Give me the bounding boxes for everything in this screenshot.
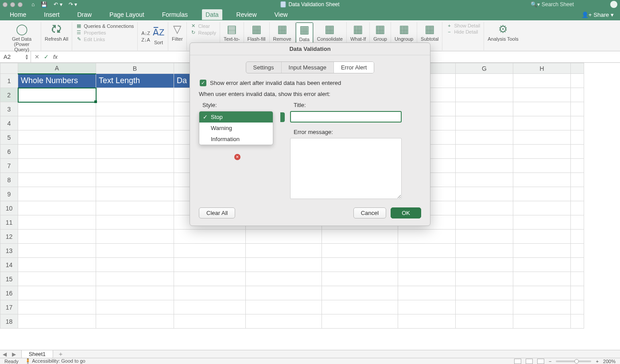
cell-G14[interactable] (456, 258, 513, 272)
cell-H1[interactable] (513, 74, 571, 88)
cell-H12[interactable] (513, 230, 571, 244)
row-header-15[interactable]: 15 (0, 272, 18, 286)
cell-H9[interactable] (513, 187, 571, 201)
cell-H11[interactable] (513, 215, 571, 230)
cell-G13[interactable] (456, 244, 513, 258)
cell-E18[interactable] (322, 314, 398, 329)
cell-F15[interactable] (398, 272, 456, 286)
row-header-18[interactable]: 18 (0, 314, 18, 329)
share-button[interactable]: 👤+ Share ▾ (581, 11, 614, 18)
view-normal-icon[interactable] (514, 359, 521, 364)
row-header-6[interactable]: 6 (0, 145, 18, 159)
cell-B2[interactable] (96, 88, 174, 102)
get-data-button[interactable]: ◯ Get Data (Power Query) (3, 22, 41, 50)
cell-F12[interactable] (398, 230, 456, 244)
error-message-textarea[interactable] (290, 138, 402, 199)
cell-H16[interactable] (513, 286, 571, 300)
cell-D18[interactable] (246, 314, 322, 329)
cell-A17[interactable] (18, 300, 96, 314)
cell-A10[interactable] (18, 201, 96, 215)
cell-B14[interactable] (96, 258, 174, 272)
cell-G12[interactable] (456, 230, 513, 244)
cell-B4[interactable] (96, 116, 174, 130)
col-header-A[interactable]: A (18, 63, 96, 74)
tab-review[interactable]: Review (233, 9, 260, 20)
show-error-alert-checkbox[interactable]: ✓ Show error alert after invalid data ha… (200, 80, 421, 86)
home-icon[interactable]: ⌂ (31, 1, 35, 8)
sort-desc-icon[interactable]: Z↓A (141, 37, 150, 42)
cell-B3[interactable] (96, 102, 174, 116)
cell-D17[interactable] (246, 300, 322, 314)
cell-A5[interactable] (18, 130, 96, 145)
cell-D15[interactable] (246, 272, 322, 286)
cell-G7[interactable] (456, 159, 513, 173)
cell-B15[interactable] (96, 272, 174, 286)
row-header-11[interactable]: 11 (0, 215, 18, 230)
name-box[interactable]: A2 ▲▼ (0, 51, 31, 62)
style-option-stop[interactable]: Stop (199, 111, 273, 123)
cell-H3[interactable] (513, 102, 571, 116)
row-header-10[interactable]: 10 (0, 201, 18, 215)
user-avatar-icon[interactable] (610, 1, 617, 8)
cell-H7[interactable] (513, 159, 571, 173)
cell-D13[interactable] (246, 244, 322, 258)
quick-access-toolbar[interactable]: ⌂ 💾 ↶ ▾ ↷ ▾ (31, 1, 77, 8)
zoom-slider[interactable] (556, 360, 591, 362)
cell-F16[interactable] (398, 286, 456, 300)
cell-D14[interactable] (246, 258, 322, 272)
row-header-3[interactable]: 3 (0, 102, 18, 116)
cell-B5[interactable] (96, 130, 174, 145)
zoom-level[interactable]: 200% (603, 359, 616, 364)
cell-G11[interactable] (456, 215, 513, 230)
col-header-G[interactable]: G (456, 63, 513, 74)
cell-A2[interactable] (18, 88, 96, 102)
sort-az-group[interactable]: A↓ZZ↓A A̅ZSort (138, 22, 168, 50)
fx-icon[interactable]: fx (53, 54, 58, 60)
tab-page-layout[interactable]: Page Layout (106, 9, 148, 20)
status-accessibility[interactable]: 🧍 Accessibility: Good to go (25, 358, 85, 364)
style-option-information[interactable]: Information (199, 134, 273, 145)
cancel-button[interactable]: Cancel (353, 207, 386, 218)
sheet-nav-prev[interactable]: ◀ (0, 351, 9, 357)
refresh-all-button[interactable]: 🗘 Refresh All (41, 22, 72, 50)
cell-D16[interactable] (246, 286, 322, 300)
cell-H15[interactable] (513, 272, 571, 286)
cell-B12[interactable] (96, 230, 174, 244)
row-header-17[interactable]: 17 (0, 300, 18, 314)
cell-A6[interactable] (18, 145, 96, 159)
confirm-formula-icon[interactable]: ✓ (44, 54, 49, 60)
row-header-12[interactable]: 12 (0, 230, 18, 244)
cell-G8[interactable] (456, 173, 513, 187)
row-header-7[interactable]: 7 (0, 159, 18, 173)
tab-home[interactable]: Home (6, 9, 30, 20)
row-header-4[interactable]: 4 (0, 116, 18, 130)
cell-C16[interactable] (174, 286, 246, 300)
cell-E17[interactable] (322, 300, 398, 314)
cell-B17[interactable] (96, 300, 174, 314)
cell-B1[interactable]: Text Length (96, 74, 174, 88)
cell-A3[interactable] (18, 102, 96, 116)
style-option-warning[interactable]: Warning (199, 123, 273, 134)
save-icon[interactable]: 💾 (41, 1, 47, 8)
cell-H13[interactable] (513, 244, 571, 258)
cell-A7[interactable] (18, 159, 96, 173)
cell-B7[interactable] (96, 159, 174, 173)
dialog-tab-input-message[interactable]: Input Message (282, 62, 334, 73)
cell-H17[interactable] (513, 300, 571, 314)
cell-G17[interactable] (456, 300, 513, 314)
cell-A8[interactable] (18, 173, 96, 187)
row-header-1[interactable]: 1 (0, 74, 18, 88)
sheet-tab-1[interactable]: Sheet1 (21, 350, 53, 358)
cell-E12[interactable] (322, 230, 398, 244)
view-page-break-icon[interactable] (537, 359, 544, 364)
cell-D12[interactable] (246, 230, 322, 244)
col-header-H[interactable]: H (513, 63, 571, 74)
cell-C18[interactable] (174, 314, 246, 329)
cell-G2[interactable] (456, 88, 513, 102)
undo-icon[interactable]: ↶ ▾ (54, 1, 62, 8)
tab-insert[interactable]: Insert (40, 9, 63, 20)
search-sheet[interactable]: 🔍▾ (531, 1, 606, 8)
cell-A18[interactable] (18, 314, 96, 329)
row-header-5[interactable]: 5 (0, 130, 18, 145)
row-header-9[interactable]: 9 (0, 187, 18, 201)
